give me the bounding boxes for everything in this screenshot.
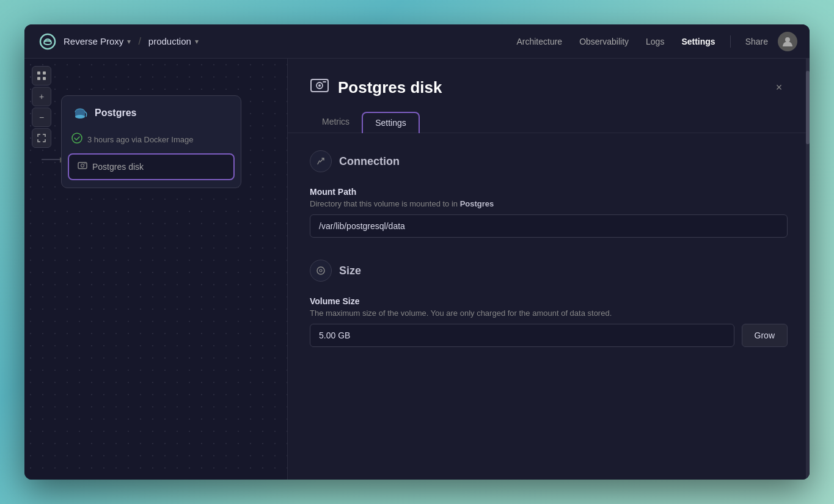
volume-size-value: 5.00 GB — [310, 324, 734, 347]
panel-tabs: Metrics Settings — [310, 112, 788, 133]
avatar[interactable] — [778, 32, 797, 51]
svg-point-19 — [320, 269, 322, 272]
main-content: + − ▶ — [24, 59, 810, 480]
mount-path-input[interactable] — [310, 214, 788, 238]
size-section: Size Volume Size The maximum size of the… — [310, 260, 788, 347]
breadcrumb-env[interactable]: production ▾ — [148, 36, 199, 46]
panel-disk-icon — [310, 76, 329, 100]
size-title: Size — [339, 265, 361, 277]
env-name-label: production — [148, 36, 191, 46]
zoom-out-icon: − — [39, 112, 44, 122]
nav-observability[interactable]: Observability — [572, 33, 636, 50]
env-chevron-icon: ▾ — [195, 37, 199, 46]
zoom-out-button[interactable]: − — [32, 108, 51, 127]
breadcrumb-app[interactable]: Reverse Proxy ▾ — [64, 36, 131, 46]
logo-icon[interactable] — [37, 31, 59, 53]
share-button[interactable]: Share — [738, 33, 775, 50]
svg-point-16 — [318, 84, 321, 87]
scrollbar-thumb[interactable] — [806, 71, 810, 144]
volume-size-label: Volume Size — [310, 296, 788, 306]
tab-settings[interactable]: Settings — [362, 112, 420, 133]
svg-rect-6 — [43, 77, 46, 80]
panel-title-row: Postgres disk × — [310, 76, 788, 100]
zoom-in-button[interactable]: + — [32, 87, 51, 106]
scrollbar-track[interactable] — [806, 59, 810, 480]
postgres-card[interactable]: Postgres 3 hours ago via Docker Image — [61, 95, 241, 188]
status-check-icon — [71, 133, 82, 146]
app-window: Reverse Proxy ▾ / production ▾ Architect… — [24, 24, 810, 480]
canvas-toolbar: + − — [32, 66, 51, 148]
svg-rect-3 — [37, 71, 40, 75]
fullscreen-button[interactable] — [32, 128, 51, 148]
tab-metrics[interactable]: Metrics — [310, 112, 362, 133]
nav-settings[interactable]: Settings — [674, 33, 722, 50]
grow-button[interactable]: Grow — [742, 324, 788, 347]
header: Reverse Proxy ▾ / production ▾ Architect… — [24, 24, 810, 59]
mount-path-service-name: Postgres — [460, 199, 494, 208]
connection-section-header: Connection — [310, 150, 788, 172]
svg-point-18 — [317, 267, 324, 274]
connection-section: Connection Mount Path Directory that thi… — [310, 150, 788, 238]
postgres-card-title: Postgres — [95, 108, 136, 119]
size-icon — [310, 260, 332, 282]
panel-content: Connection Mount Path Directory that thi… — [288, 133, 810, 480]
right-panel: Postgres disk × Metrics Settings — [287, 59, 810, 480]
nav-divider — [730, 35, 731, 48]
postgres-icon — [71, 104, 89, 122]
disk-icon — [78, 161, 87, 173]
mount-path-label: Mount Path — [310, 187, 788, 197]
volume-size-field: Volume Size The maximum size of the volu… — [310, 296, 788, 347]
connection-icon — [310, 150, 332, 172]
connection-title: Connection — [339, 155, 400, 168]
svg-point-9 — [75, 115, 85, 119]
app-chevron-icon: ▾ — [127, 37, 131, 46]
canvas-area: + − ▶ — [24, 59, 287, 480]
close-button[interactable]: × — [770, 79, 788, 97]
mount-path-desc-prefix: Directory that this volume is mounted to… — [310, 199, 458, 208]
svg-point-1 — [44, 41, 51, 45]
app-name-label: Reverse Proxy — [64, 36, 123, 46]
nav-architecture[interactable]: Architecture — [509, 33, 569, 50]
svg-rect-4 — [43, 71, 46, 75]
volume-size-desc: The maximum size of the volume. You are … — [310, 309, 788, 318]
nav-logs[interactable]: Logs — [638, 33, 671, 50]
svg-point-12 — [81, 164, 84, 167]
postgres-disk-item[interactable]: Postgres disk — [68, 153, 235, 180]
status-text: 3 hours ago via Docker Image — [87, 135, 193, 144]
svg-point-2 — [785, 37, 790, 42]
header-nav: Architecture Observability Logs Settings… — [509, 32, 797, 51]
panel-title: Postgres disk — [338, 78, 442, 97]
postgres-card-status: 3 hours ago via Docker Image — [62, 129, 241, 153]
svg-rect-5 — [37, 77, 40, 80]
postgres-card-header: Postgres — [62, 96, 241, 129]
volume-size-row: 5.00 GB Grow — [310, 324, 788, 347]
size-section-header: Size — [310, 260, 788, 282]
svg-point-10 — [72, 133, 82, 143]
zoom-in-icon: + — [39, 92, 44, 101]
mount-path-desc: Directory that this volume is mounted to… — [310, 199, 788, 208]
disk-label: Postgres disk — [92, 162, 144, 172]
header-left: Reverse Proxy ▾ / production ▾ — [37, 31, 509, 53]
mount-path-field: Mount Path Directory that this volume is… — [310, 187, 788, 238]
breadcrumb-separator: / — [138, 36, 141, 47]
grid-button[interactable] — [32, 66, 51, 86]
panel-header: Postgres disk × Metrics Settings — [288, 59, 810, 133]
